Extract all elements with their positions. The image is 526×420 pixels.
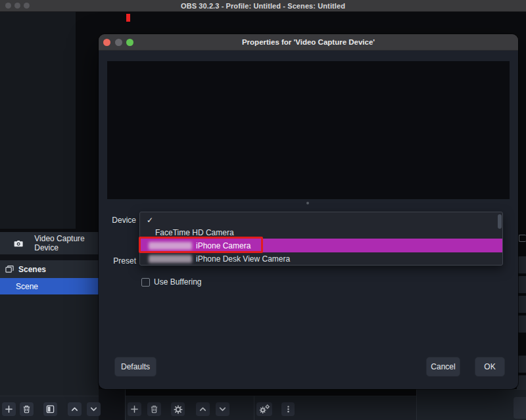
scenes-dock-header: Scenes xyxy=(0,260,99,278)
add-scene-button[interactable] xyxy=(2,402,16,416)
chevron-down-icon xyxy=(218,405,227,413)
preview-resize-handle[interactable] xyxy=(306,202,309,204)
use-buffering-checkbox[interactable] xyxy=(141,278,150,287)
move-scene-down-button[interactable] xyxy=(87,402,101,416)
filters-icon xyxy=(46,405,55,413)
use-buffering-row: Use Buffering xyxy=(141,277,202,287)
dropdown-option-facetime[interactable]: FaceTime HD Camera xyxy=(140,226,502,239)
dropdown-scrollbar[interactable] xyxy=(498,214,502,229)
zoom-window-icon[interactable] xyxy=(24,3,30,9)
camera-icon xyxy=(14,239,23,248)
selected-source-handle[interactable] xyxy=(126,14,130,22)
app-title: OBS 30.2.3 - Profile: Untitled - Scenes:… xyxy=(181,2,345,10)
ok-button[interactable]: OK xyxy=(475,357,505,377)
scene-item-label: Scene xyxy=(16,282,38,291)
controls-dock-button[interactable] xyxy=(517,315,526,333)
chevron-up-icon xyxy=(70,405,79,413)
dropdown-option-blank[interactable]: ✓ xyxy=(140,214,502,226)
minimize-window-icon[interactable] xyxy=(14,3,20,9)
source-item-label: Video Capture Device xyxy=(34,234,99,252)
dropdown-option-iphone-deskview[interactable]: iPhone Desk View Camera xyxy=(140,252,502,265)
defaults-button[interactable]: Defaults xyxy=(114,357,156,377)
remove-scene-button[interactable] xyxy=(20,402,34,416)
redacted-name xyxy=(149,255,192,263)
move-source-down-button[interactable] xyxy=(216,402,229,416)
add-source-button[interactable] xyxy=(128,402,141,416)
plus-icon xyxy=(130,405,139,413)
scenes-header-label: Scenes xyxy=(18,265,46,274)
controls-dock-button[interactable] xyxy=(517,296,526,313)
controls-dock-button[interactable] xyxy=(517,276,526,293)
toolbar-divider xyxy=(125,389,126,420)
kebab-menu-icon xyxy=(284,405,293,413)
toolbar-divider xyxy=(254,396,254,420)
trash-icon xyxy=(22,405,31,413)
bottom-right-panel xyxy=(417,389,526,420)
checkmark-icon: ✓ xyxy=(147,216,153,225)
zoom-dialog-icon[interactable] xyxy=(126,39,133,46)
gears-icon xyxy=(259,404,270,414)
plus-icon xyxy=(5,405,13,413)
chevron-up-icon xyxy=(199,405,207,413)
dialog-title: Properties for 'Video Capture Device' xyxy=(242,38,375,46)
redacted-name xyxy=(149,242,192,250)
app-titlebar: OBS 30.2.3 - Profile: Untitled - Scenes:… xyxy=(0,0,526,12)
dock-divider xyxy=(0,254,99,260)
scene-filters-button[interactable] xyxy=(43,402,57,416)
close-window-icon[interactable] xyxy=(5,3,11,9)
controls-dock-icon xyxy=(519,235,526,242)
obs-window: OBS 30.2.3 - Profile: Untitled - Scenes:… xyxy=(0,0,526,420)
audio-mixer-menu-button[interactable] xyxy=(281,402,295,416)
remove-source-button[interactable] xyxy=(147,402,161,416)
dock-splitter xyxy=(99,389,125,420)
toolbar-divider xyxy=(416,389,417,420)
controls-dock-button[interactable] xyxy=(517,256,526,273)
chevron-down-icon xyxy=(89,405,98,413)
preset-label: Preset xyxy=(99,256,136,266)
controls-dock-button[interactable] xyxy=(517,356,526,373)
scenes-icon xyxy=(5,265,14,273)
cancel-button[interactable]: Cancel xyxy=(426,357,460,377)
device-dropdown-list: ✓ FaceTime HD Camera iPhone Camera iPhon… xyxy=(139,212,503,266)
scene-list-item-selected[interactable]: Scene xyxy=(0,278,99,294)
use-buffering-label: Use Buffering xyxy=(154,277,202,287)
move-source-up-button[interactable] xyxy=(196,402,210,416)
device-label: Device xyxy=(99,216,136,225)
close-dialog-icon[interactable] xyxy=(103,39,110,46)
left-panel-background xyxy=(0,12,76,229)
dialog-titlebar: Properties for 'Video Capture Device' xyxy=(99,34,518,51)
source-item-video-capture-device[interactable]: Video Capture Device xyxy=(0,232,99,254)
trash-icon xyxy=(150,405,158,413)
source-properties-button[interactable] xyxy=(171,402,185,416)
advanced-audio-properties-button[interactable] xyxy=(256,402,272,416)
move-scene-up-button[interactable] xyxy=(68,402,82,416)
minimize-dialog-icon xyxy=(115,39,122,46)
controls-dock-button[interactable] xyxy=(514,397,526,419)
dropdown-option-iphone-camera[interactable]: iPhone Camera xyxy=(140,239,502,252)
gear-icon xyxy=(174,405,183,414)
properties-dialog: Properties for 'Video Capture Device' De… xyxy=(99,34,518,389)
source-preview xyxy=(107,61,510,199)
